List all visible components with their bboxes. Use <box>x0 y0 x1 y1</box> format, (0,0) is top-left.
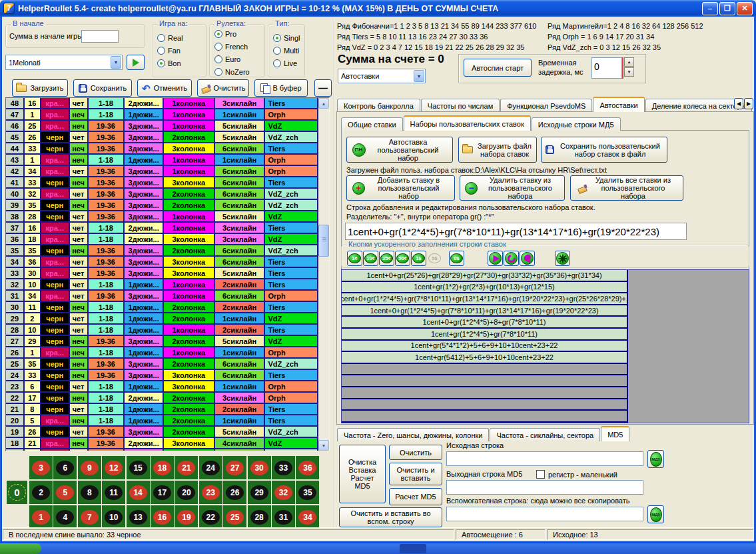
md5-run-button-1[interactable]: МД5 <box>647 450 664 468</box>
quick-coin-button-1c[interactable]: 1¢ <box>347 251 362 266</box>
tab-автоставки[interactable]: Автоставки <box>593 97 644 112</box>
roulette-cell-23[interactable]: 23 <box>199 481 222 504</box>
roulette-cell-14[interactable]: 14 <box>127 481 150 504</box>
tab-частота-сиклайны-сектора[interactable]: Частота - сиклайны, сектора <box>490 428 600 441</box>
play-action-button[interactable] <box>488 251 503 266</box>
table-row[interactable]: 205кра...неч1-181дюжи...2колонка1сиклайн… <box>6 415 318 427</box>
table-row[interactable]: 236чернчет1-181дюжи...3колонка1сиклайнOr… <box>6 381 318 393</box>
loop-action-button[interactable] <box>504 251 519 266</box>
table-row[interactable]: 1821кра...неч19-362дюжи...3колонка4сикла… <box>6 438 318 449</box>
roulette-cell-30[interactable]: 30 <box>248 456 271 479</box>
add-bet-button[interactable]: + Добавить ставку в пользовательский наб… <box>346 175 455 201</box>
tab-частоты-по-числам[interactable]: Частоты по числам <box>421 99 500 112</box>
load-button[interactable]: Загрузить <box>12 79 68 97</box>
radio-live[interactable]: Live <box>273 59 304 68</box>
radio-nozero[interactable]: NoZero <box>214 67 264 77</box>
roulette-cell-6[interactable]: 6 <box>53 456 77 479</box>
preset-combobox[interactable]: 1Melonati ▼ <box>5 55 123 70</box>
mode-combobox[interactable]: Автоставки ▼ <box>338 69 426 83</box>
tab-исходные-строки-мд5[interactable]: Исходные строки МД5 <box>532 117 621 131</box>
start-sum-input[interactable] <box>81 30 119 43</box>
table-row[interactable]: 2729черннеч19-363дюжи...2колонка5сиклайн… <box>6 336 318 347</box>
table-row[interactable]: 1732кра...чет19-363дюжи...2колонка6сикла… <box>6 449 318 451</box>
bet-set-empty-row[interactable] <box>342 399 627 411</box>
bet-set-empty-row[interactable] <box>342 375 627 387</box>
quick-coin-button-1d[interactable]: 1$ <box>411 251 426 266</box>
md5-calc-button[interactable]: Расчет MD5 <box>389 488 442 505</box>
table-row[interactable]: 261кра...неч1-181дюжи...1колонка1сиклайн… <box>6 347 318 359</box>
roulette-cell-25[interactable]: 25 <box>223 505 246 529</box>
bet-set-row[interactable]: 1cent+gr(1*2*4*5)+gr(7*8*10*11) <box>342 329 627 341</box>
roulette-cell-29[interactable]: 29 <box>248 481 271 504</box>
clear-button[interactable]: Очистить <box>197 79 249 97</box>
radio-singl[interactable]: Singl <box>273 33 304 43</box>
delay-spinner[interactable]: ▲ ▼ <box>622 57 634 79</box>
roulette-cell-28[interactable]: 28 <box>248 505 271 529</box>
minimize-button[interactable]: – <box>702 2 718 15</box>
table-row[interactable]: 3828чернчет19-363дюжи...1колонка5сиклайн… <box>6 211 318 223</box>
chevron-down-icon[interactable]: ▼ <box>111 56 121 69</box>
table-row[interactable]: 4816кра...чет1-182дюжи...1колонка3сиклай… <box>6 98 318 109</box>
roulette-cell-13[interactable]: 13 <box>127 505 150 529</box>
spinner-up-icon[interactable]: ▲ <box>624 57 634 67</box>
roulette-cell-22[interactable]: 22 <box>199 505 222 529</box>
roulette-cell-33[interactable]: 33 <box>272 456 295 479</box>
roulette-cell-34[interactable]: 34 <box>296 505 319 529</box>
bet-set-empty-row[interactable] <box>342 364 627 376</box>
table-row[interactable]: 3011черннеч1-181дюжи...2колонка2сиклайнT… <box>6 302 318 313</box>
bet-set-empty-row[interactable] <box>342 387 627 399</box>
table-row[interactable]: 3210чернчет1-181дюжи...1колонка2сиклайнT… <box>6 279 318 291</box>
roulette-cell-12[interactable]: 12 <box>102 456 125 479</box>
bet-set-row[interactable]: 1cent+gr(1*2)+gr(2*3)+gr(10*13)+gr(12*15… <box>342 282 627 294</box>
quick-coin-button-50c[interactable]: 50¢ <box>395 251 410 266</box>
tab-scroll-left-button[interactable]: ◀ <box>734 98 743 109</box>
scroll-up-icon[interactable]: ▲ <box>318 98 329 109</box>
table-row[interactable]: 218чернчет1-181дюжи...2колонка2сиклайнTi… <box>6 404 318 415</box>
table-row[interactable]: 4433черннеч19-363дюжи...3колонка6сиклайн… <box>6 143 318 155</box>
radio-french[interactable]: French <box>214 42 264 51</box>
table-row[interactable]: 3330кра...чет19-363дюжи...3колонка5сикла… <box>6 268 318 279</box>
chevron-down-icon[interactable]: ▼ <box>414 70 424 82</box>
bet-set-row[interactable]: 1cent+gr(5412)+5+6+9+10+10cent+23+22 <box>342 352 627 364</box>
save-bet-file-button[interactable]: Сохранить пользовательский набор ставок … <box>541 137 667 163</box>
roulette-cell-31[interactable]: 31 <box>272 505 295 529</box>
taskbar-item[interactable] <box>400 544 426 553</box>
table-row[interactable]: 3935черннеч19-363дюжи...2колонка6сиклайн… <box>6 200 318 211</box>
md5-output-input[interactable] <box>446 480 643 495</box>
md5-big-button[interactable]: Очистка Вставка Расчет MD5 <box>339 445 386 503</box>
asterisk-action-button[interactable] <box>555 251 570 266</box>
tab-md5[interactable]: MD5 <box>601 426 629 441</box>
radio-bon[interactable]: Bon <box>157 59 206 68</box>
table-row[interactable]: 4526чернчет19-363дюжи...2колонка5сиклайн… <box>6 132 318 143</box>
roulette-cell-27[interactable]: 27 <box>223 456 246 479</box>
md5-run-button-2[interactable]: МД5 <box>647 505 664 523</box>
roulette-cell-36[interactable]: 36 <box>296 456 319 479</box>
autobet-user-set-button[interactable]: ПН Автоставка пользовательский набор <box>346 137 453 163</box>
roulette-cell-19[interactable]: 19 <box>175 505 198 529</box>
roulette-cell-2[interactable]: 2 <box>29 481 53 504</box>
quick-coin-button-0d[interactable]: 0$ <box>449 251 464 266</box>
spins-table-scrollbar[interactable]: ▲ ▼ <box>318 98 329 451</box>
run-preset-button[interactable] <box>127 55 145 70</box>
roulette-cell-7[interactable]: 7 <box>78 505 101 529</box>
maximize-button[interactable]: ❒ <box>719 2 735 15</box>
table-row[interactable]: 2810чернчет1-181дюжи...1колонка2сиклайнT… <box>6 325 318 336</box>
table-row[interactable]: 3716кра...чет1-182дюжи...1колонка3сиклай… <box>6 223 318 234</box>
bet-set-row[interactable]: 1cent+gr(5*4*1*2)+5+6+9+10+10cent+23+22 <box>342 341 627 353</box>
swirl-action-button[interactable] <box>520 251 535 266</box>
roulette-cell-10[interactable]: 10 <box>102 505 125 529</box>
quick-coin-button-25c[interactable]: 25¢ <box>379 251 394 266</box>
table-row[interactable]: 4032кра...чет19-363дюжи...2колонка6сикла… <box>6 189 318 200</box>
table-row[interactable]: 431кра...неч1-181дюжи...1колонка1сиклайн… <box>6 155 318 166</box>
roulette-cell-5[interactable]: 5 <box>53 481 77 504</box>
table-row[interactable]: 292чернчет1-181дюжи...2колонка1сиклайнVd… <box>6 313 318 325</box>
bet-set-row[interactable]: 1cent+0+gr(1*2*4*5)+gr(7*8*10*11)+gr(13*… <box>342 293 627 305</box>
radio-multi[interactable]: Multi <box>273 46 304 55</box>
lowercase-checkbox[interactable] <box>536 470 545 479</box>
scrollbar-thumb[interactable] <box>318 225 329 257</box>
load-bet-file-button[interactable]: Загрузить файл набора ставок <box>458 137 537 163</box>
table-row[interactable]: 3618кра...чет1-182дюжи...3колонка3сиклай… <box>6 234 318 245</box>
roulette-cell-15[interactable]: 15 <box>127 456 150 479</box>
tab-наборы-пользовательских-ставок[interactable]: Наборы пользовательских ставок <box>404 115 531 131</box>
save-button[interactable]: Сохранить <box>73 79 132 97</box>
